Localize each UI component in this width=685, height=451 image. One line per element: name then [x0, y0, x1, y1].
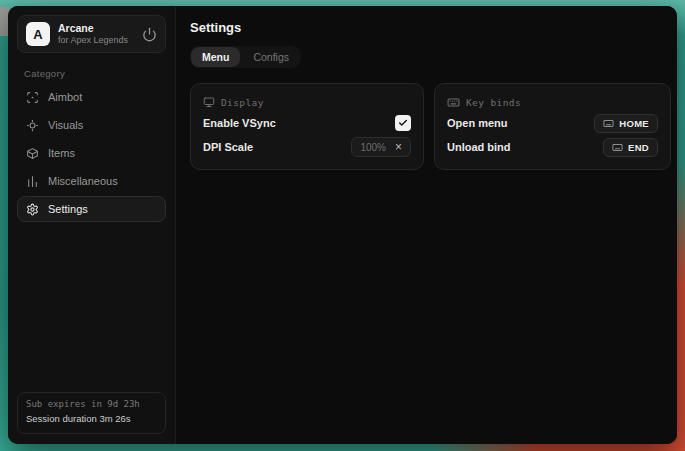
page-title: Settings: [190, 20, 671, 35]
keyboard-icon: [447, 96, 460, 109]
dpi-scale-input[interactable]: 100% ×: [351, 137, 411, 157]
setting-label: Unload bind: [447, 141, 511, 153]
vsync-checkbox[interactable]: [395, 115, 411, 131]
keyboard-icon: [603, 118, 614, 129]
sidebar-item-label: Visuals: [48, 119, 83, 131]
sidebar-item-visuals[interactable]: Visuals: [17, 112, 166, 138]
tab-group: Menu Configs: [190, 46, 301, 68]
cube-icon: [26, 147, 39, 160]
dpi-scale-value[interactable]: 100%: [360, 142, 386, 153]
keybind-value: END: [628, 142, 649, 153]
monitor-icon: [203, 96, 215, 108]
session-duration-text: Session duration 3m 26s: [26, 412, 157, 427]
tab-menu[interactable]: Menu: [191, 47, 240, 67]
setting-label: Enable VSync: [203, 117, 276, 129]
setting-row-open-menu: Open menu HOME: [447, 111, 658, 135]
keybinds-card: Key binds Open menu HOME Unload bind: [434, 83, 671, 170]
arcane-logo: A: [26, 22, 50, 46]
setting-row-unload-bind: Unload bind END: [447, 135, 658, 159]
main-content: Settings Menu Configs Display Enable VSy…: [176, 6, 677, 444]
subscription-info: Sub expires in 9d 23h Session duration 3…: [17, 392, 166, 434]
tab-configs[interactable]: Configs: [242, 47, 300, 67]
setting-row-vsync: Enable VSync: [203, 111, 411, 135]
columns-icon: [26, 175, 39, 188]
sidebar-item-items[interactable]: Items: [17, 140, 166, 166]
keyboard-icon: [612, 142, 623, 153]
setting-row-dpi: DPI Scale 100% ×: [203, 135, 411, 159]
sidebar-item-settings[interactable]: Settings: [17, 196, 166, 222]
setting-label: Open menu: [447, 117, 508, 129]
gear-icon: [26, 203, 39, 216]
sidebar-item-label: Items: [48, 147, 75, 159]
sidebar-nav: Aimbot Visuals Items: [17, 84, 166, 222]
open-menu-keybind-button[interactable]: HOME: [594, 114, 658, 133]
sub-expires-text: Sub expires in 9d 23h: [26, 398, 157, 412]
brand-title: Arcane: [58, 22, 128, 35]
close-icon[interactable]: ×: [395, 141, 402, 153]
card-title: Key binds: [466, 97, 521, 108]
sidebar-item-label: Miscellaneous: [48, 175, 118, 187]
sidebar-item-aimbot[interactable]: Aimbot: [17, 84, 166, 110]
sidebar: A Arcane for Apex Legends Category: [8, 6, 176, 444]
card-title: Display: [221, 97, 264, 108]
setting-label: DPI Scale: [203, 141, 253, 153]
display-card: Display Enable VSync DPI Scale 100% ×: [190, 83, 424, 170]
sidebar-item-label: Settings: [48, 203, 88, 215]
crosshair-icon: [26, 91, 39, 104]
brand-card: A Arcane for Apex Legends: [17, 15, 166, 53]
app-window: A Arcane for Apex Legends Category: [8, 6, 677, 444]
category-label: Category: [24, 68, 166, 79]
sidebar-item-miscellaneous[interactable]: Miscellaneous: [17, 168, 166, 194]
eye-scan-icon: [26, 119, 39, 132]
brand-subtitle: for Apex Legends: [58, 35, 128, 46]
sidebar-item-label: Aimbot: [48, 91, 82, 103]
power-icon[interactable]: [142, 27, 157, 42]
keybind-value: HOME: [619, 118, 649, 129]
unload-keybind-button[interactable]: END: [603, 138, 658, 157]
